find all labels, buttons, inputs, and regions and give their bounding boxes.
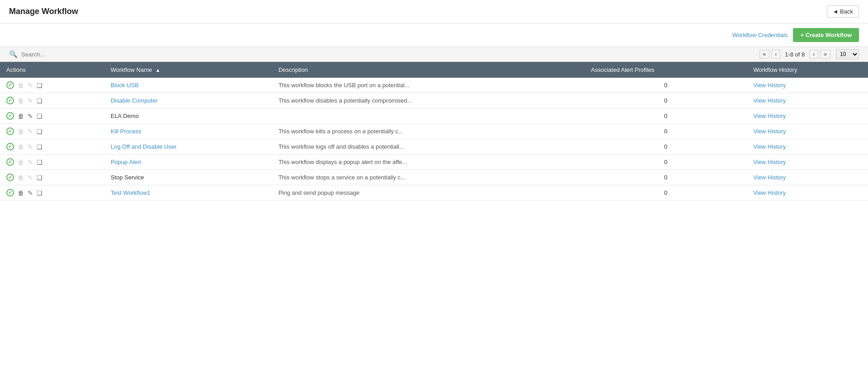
copy-icon[interactable]: ❏ (37, 143, 42, 150)
col-workflow-name[interactable]: Workflow Name ▲ (104, 62, 272, 78)
page-header: Manage Workflow ◄ Back (0, 0, 868, 23)
workflow-name-cell[interactable]: Disable Computer (104, 93, 272, 108)
alert-profiles-cell: 0 (585, 108, 747, 124)
history-cell[interactable]: View History (747, 78, 868, 93)
copy-icon[interactable]: ❏ (37, 113, 42, 120)
per-page-select[interactable]: 102550100 (836, 49, 859, 59)
next-page-button[interactable]: › (809, 50, 818, 59)
workflow-name-link[interactable]: Block USB (111, 82, 139, 89)
table-row: ✔🗑✎❏Popup AlertThis workflow displays a … (0, 155, 868, 170)
copy-icon[interactable]: ❏ (37, 174, 42, 181)
prev-page-button[interactable]: ‹ (771, 50, 780, 59)
workflow-name-link[interactable]: Disable Computer (111, 97, 158, 104)
activate-icon[interactable]: ✔ (6, 97, 14, 104)
last-page-button[interactable]: » (820, 50, 830, 59)
workflow-table-container: Actions Workflow Name ▲ Description Asso… (0, 62, 868, 201)
description-cell: This workflow stops a service on a poten… (272, 170, 585, 185)
table-body: ✔🗑✎❏Block USBThis workflow blocks the US… (0, 78, 868, 201)
edit-icon[interactable]: ✎ (28, 113, 33, 120)
workflow-name-text: ELA Demo (111, 113, 139, 119)
delete-icon[interactable]: 🗑 (18, 189, 24, 197)
workflow-name-link[interactable]: Test Workflow1 (111, 189, 151, 196)
workflow-name-cell[interactable]: Block USB (104, 78, 272, 93)
search-icon: 🔍 (9, 50, 18, 58)
activate-icon[interactable]: ✔ (6, 81, 14, 89)
activate-icon[interactable]: ✔ (6, 143, 14, 150)
back-button[interactable]: ◄ Back (827, 5, 859, 18)
table-row: ✔🗑✎❏Disable ComputerThis workflow disabl… (0, 93, 868, 108)
first-page-button[interactable]: « (760, 50, 770, 59)
actions-cell: ✔🗑✎❏ (0, 170, 104, 185)
history-cell[interactable]: View History (747, 170, 868, 185)
view-history-link[interactable]: View History (753, 159, 786, 165)
history-cell[interactable]: View History (747, 185, 868, 201)
edit-icon: ✎ (28, 174, 33, 181)
page-title: Manage Workflow (9, 7, 78, 16)
description-cell: This workflow displays a popup alert on … (272, 155, 585, 170)
copy-icon[interactable]: ❏ (37, 82, 42, 89)
workflow-name-cell[interactable]: Popup Alert (104, 155, 272, 170)
col-actions: Actions (0, 62, 104, 78)
activate-icon[interactable]: ✔ (6, 189, 14, 197)
activate-icon[interactable]: ✔ (6, 174, 14, 181)
sort-arrow: ▲ (156, 67, 160, 73)
edit-icon: ✎ (28, 82, 33, 89)
view-history-link[interactable]: View History (753, 97, 786, 104)
table-row: ✔🗑✎❏Test Workflow1Ping and send popup me… (0, 185, 868, 201)
history-cell[interactable]: View History (747, 139, 868, 155)
delete-icon: 🗑 (18, 128, 24, 135)
view-history-link[interactable]: View History (753, 113, 786, 119)
delete-icon: 🗑 (18, 159, 24, 166)
edit-icon: ✎ (28, 128, 33, 135)
workflow-name-text: Stop Service (111, 174, 144, 181)
view-history-link[interactable]: View History (753, 174, 786, 181)
workflow-credentials-button[interactable]: Workflow Credentials (732, 32, 788, 38)
delete-icon: 🗑 (18, 174, 24, 181)
copy-icon[interactable]: ❏ (37, 97, 42, 104)
description-cell: This workflow disables a potentially com… (272, 93, 585, 108)
history-cell[interactable]: View History (747, 108, 868, 124)
workflow-name-link[interactable]: Log Off and Disable User (111, 143, 177, 150)
description-cell (272, 108, 585, 124)
workflow-name-cell: Stop Service (104, 170, 272, 185)
table-row: ✔🗑✎❏Stop ServiceThis workflow stops a se… (0, 170, 868, 185)
edit-icon[interactable]: ✎ (28, 189, 33, 197)
table-row: ✔🗑✎❏ELA Demo0View History (0, 108, 868, 124)
history-cell[interactable]: View History (747, 155, 868, 170)
search-input[interactable] (21, 51, 112, 58)
workflow-name-cell[interactable]: Test Workflow1 (104, 185, 272, 201)
col-description: Description (272, 62, 585, 78)
create-workflow-button[interactable]: + Create Workflow (793, 28, 859, 42)
view-history-link[interactable]: View History (753, 82, 786, 89)
copy-icon[interactable]: ❏ (37, 159, 42, 166)
alert-profiles-cell: 0 (585, 93, 747, 108)
history-cell[interactable]: View History (747, 93, 868, 108)
workflow-table: Actions Workflow Name ▲ Description Asso… (0, 62, 868, 201)
description-cell: Ping and send popup message (272, 185, 585, 201)
alert-profiles-cell: 0 (585, 170, 747, 185)
activate-icon[interactable]: ✔ (6, 127, 14, 135)
description-cell: This workflow kills a process on a poten… (272, 124, 585, 139)
activate-icon[interactable]: ✔ (6, 112, 14, 120)
actions-cell: ✔🗑✎❏ (0, 155, 104, 170)
view-history-link[interactable]: View History (753, 128, 786, 135)
workflow-name-link[interactable]: Kill Process (111, 128, 142, 135)
table-header: Actions Workflow Name ▲ Description Asso… (0, 62, 868, 78)
workflow-name-cell[interactable]: Kill Process (104, 124, 272, 139)
workflow-name-cell[interactable]: Log Off and Disable User (104, 139, 272, 155)
history-cell[interactable]: View History (747, 124, 868, 139)
alert-profiles-cell: 0 (585, 124, 747, 139)
activate-icon[interactable]: ✔ (6, 158, 14, 166)
copy-icon[interactable]: ❏ (37, 189, 42, 197)
delete-icon[interactable]: 🗑 (18, 113, 24, 120)
alert-profiles-cell: 0 (585, 78, 747, 93)
search-bar: 🔍 (9, 50, 112, 58)
table-row: ✔🗑✎❏Block USBThis workflow blocks the US… (0, 78, 868, 93)
alert-profiles-cell: 0 (585, 185, 747, 201)
table-row: ✔🗑✎❏Log Off and Disable UserThis workflo… (0, 139, 868, 155)
actions-cell: ✔🗑✎❏ (0, 185, 104, 201)
view-history-link[interactable]: View History (753, 143, 786, 150)
workflow-name-link[interactable]: Popup Alert (111, 159, 141, 165)
copy-icon[interactable]: ❏ (37, 128, 42, 135)
view-history-link[interactable]: View History (753, 189, 786, 196)
